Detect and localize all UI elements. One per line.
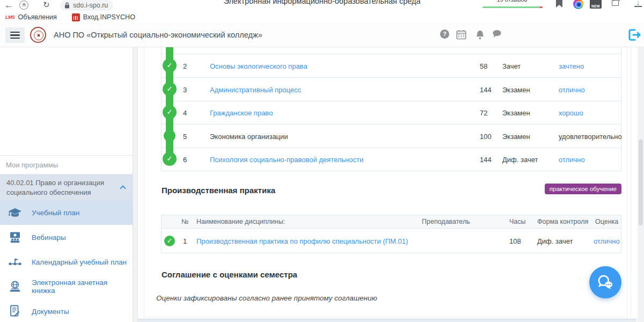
sidebar-item-label: Календарный учебный план	[32, 258, 127, 266]
hours-cell: 72	[480, 109, 487, 117]
college-logo	[30, 27, 46, 43]
address-bar[interactable]: sdo.i-spo.ru	[60, 0, 113, 11]
app-header: АНО ПО «Открытый социально-экономический…	[0, 23, 644, 47]
row-number: 1	[183, 237, 187, 245]
bookmarks-bar: LMS Объявления Вход.INPSYCHO	[0, 12, 644, 23]
sidebar-item-label: Документы	[32, 308, 69, 316]
row-number: 2	[183, 62, 187, 70]
control-cell: Диф. зачет	[502, 156, 538, 164]
page-scrollbar[interactable]	[638, 23, 644, 322]
graduation-cap-icon	[8, 207, 22, 219]
control-cell: Экзамен	[502, 85, 530, 93]
check-icon	[163, 105, 177, 119]
bell-icon[interactable]	[475, 30, 485, 40]
help-icon[interactable]	[440, 30, 449, 39]
logout-icon[interactable]	[627, 28, 642, 42]
table-row: 6 Психология социально-правовой деятельн…	[162, 148, 621, 171]
grade-link[interactable]: хорошо	[559, 109, 583, 117]
bookmark-inpsycho[interactable]: Вход.INPSYCHO	[72, 13, 135, 21]
extension-icon[interactable]	[573, 0, 583, 9]
check-icon	[163, 58, 177, 72]
chat-icon[interactable]	[492, 30, 502, 38]
timeline-dot	[164, 130, 175, 142]
content-scrollbar[interactable]	[627, 47, 631, 322]
url-text: sdo.i-spo.ru	[73, 2, 108, 9]
menu-icon[interactable]	[5, 27, 25, 43]
practice-heading: Производственная практика	[162, 186, 275, 195]
bookmark-label: Объявления	[18, 13, 57, 21]
browser-chrome: Я sdo.i-spo.ru Электронная информационно…	[0, 0, 644, 12]
grade-link[interactable]: зачтено	[559, 62, 584, 70]
browser-circle-icon[interactable]: Я	[19, 1, 28, 10]
table-row-partial	[162, 47, 621, 54]
download-icon[interactable]	[634, 0, 642, 7]
sidebar-item-calendar-plan[interactable]: Календарный учебный план	[0, 250, 133, 274]
new-extension-badge[interactable]: NEW	[590, 0, 602, 9]
row-number: 4	[183, 109, 187, 117]
check-icon	[163, 82, 177, 96]
sidebar-item-curriculum[interactable]: Учебный план	[0, 201, 133, 225]
sidebar-item-documents[interactable]: Документы	[0, 299, 133, 322]
agreement-heading: Соглашение с оценками семестра	[162, 270, 297, 279]
practice-badge[interactable]: практическое обучение	[545, 184, 621, 194]
college-title: АНО ПО «Открытый социально-экономический…	[54, 31, 262, 39]
window-icon[interactable]	[612, 0, 619, 6]
scrollbar-thumb[interactable]	[639, 140, 643, 225]
course-link[interactable]: Основы экологического права	[210, 62, 308, 70]
hours-cell: 144	[480, 156, 492, 164]
col-number: №	[181, 218, 188, 225]
hours-cell: 58	[480, 62, 487, 70]
control-cell: Зачет	[502, 62, 521, 70]
program-header[interactable]: 40.02.01 Право и организация социального…	[0, 174, 133, 201]
back-icon[interactable]	[4, 0, 13, 11]
calendar-icon[interactable]	[456, 30, 466, 40]
program-line-2: социального обеспечения	[6, 188, 104, 197]
document-icon	[8, 305, 22, 318]
row-number: 6	[183, 156, 187, 164]
col-control: Форма контроля	[537, 218, 588, 225]
table-row: 4 Гражданское право 72 Экзамен хорошо	[162, 101, 621, 124]
control-cell: Экзамен	[502, 109, 530, 117]
bookmark-icon[interactable]	[556, 0, 562, 8]
col-grade: Оценка	[595, 218, 618, 225]
col-teacher: Преподаватель	[422, 218, 470, 225]
practice-link[interactable]: Производственная практика по профилю спе…	[196, 237, 408, 245]
course-link[interactable]: Психология социально-правовой деятельнос…	[210, 156, 363, 164]
bookmark-announcements[interactable]: LMS Объявления	[5, 13, 57, 21]
timeline-flag-icon	[8, 257, 22, 267]
course-link[interactable]: Административный процесс	[210, 85, 301, 93]
grade-link[interactable]: отлично	[559, 156, 585, 164]
sidebar-item-webinars[interactable]: Вебинары	[0, 225, 133, 250]
chat-widget-button[interactable]	[589, 266, 621, 298]
hours-cell: 108	[509, 237, 521, 245]
agreement-note: Оценки зафиксированы согласно ранее прин…	[156, 294, 377, 302]
sidebar: Мои программы 40.02.01 Право и организац…	[0, 47, 133, 322]
col-hours: Часы	[509, 218, 526, 225]
table-header-row: № Наименование дисциплины: Преподаватель…	[162, 215, 621, 229]
grade-link[interactable]: отлично	[559, 85, 585, 93]
reviews-label: 19 отзывов	[479, 0, 545, 3]
chat-bubbles-icon	[596, 274, 615, 291]
grade-link[interactable]: отлично	[594, 237, 620, 245]
table-row: 2 Основы экологического права 58 Зачет з…	[162, 54, 621, 77]
sidebar-item-gradebook[interactable]: Электронная зачетная книжка	[0, 274, 133, 299]
hours-cell: 144	[480, 85, 492, 93]
sidebar-nav: Учебный план Вебинары Календарный учебны…	[0, 201, 133, 322]
course-link[interactable]: Гражданское право	[210, 109, 273, 117]
sidebar-item-label: Вебинары	[32, 233, 66, 241]
reload-icon[interactable]	[43, 0, 50, 10]
hours-cell: 100	[480, 132, 492, 140]
webinar-icon	[8, 231, 22, 243]
table-row: 5 Экономика организации 100 Экзамен удов…	[162, 124, 621, 148]
bookmark-label: Вход.INPSYCHO	[83, 13, 135, 21]
courses-table: 2 Основы экологического права 58 Зачет з…	[161, 47, 621, 171]
reviews-widget[interactable]: 19 отзывов	[479, 0, 545, 12]
sidebar-item-label: Учебный план	[32, 209, 79, 217]
chevron-up-icon	[120, 185, 126, 191]
reviews-rating-bar	[482, 6, 543, 8]
row-number: 5	[183, 132, 187, 140]
sidebar-scrollbar[interactable]	[133, 47, 138, 322]
table-row: 1 Производственная практика по профилю с…	[162, 229, 621, 253]
table-row: 3 Административный процесс 144 Экзамен о…	[162, 77, 621, 101]
footer-strip	[138, 319, 636, 322]
